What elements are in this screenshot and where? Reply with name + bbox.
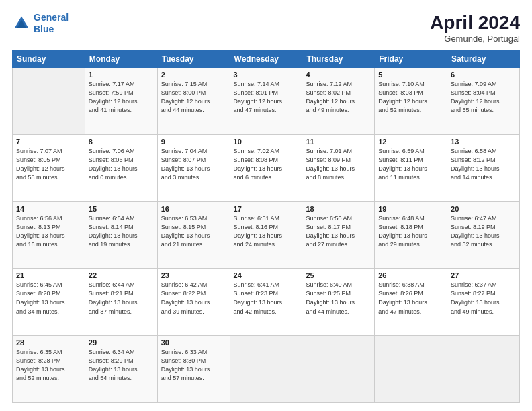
day-number: 9	[161, 138, 226, 146]
day-number: 22	[89, 271, 154, 279]
day-number: 25	[306, 271, 371, 279]
day-info: Sunrise: 7:12 AM Sunset: 8:02 PM Dayligh…	[306, 80, 371, 115]
calendar-day-cell: 13Sunrise: 6:58 AM Sunset: 8:12 PM Dayli…	[447, 134, 520, 201]
day-number: 28	[16, 338, 81, 347]
calendar-header-cell: Friday	[375, 51, 447, 68]
day-number: 24	[234, 271, 299, 279]
day-info: Sunrise: 6:45 AM Sunset: 8:20 PM Dayligh…	[16, 281, 81, 316]
day-info: Sunrise: 6:53 AM Sunset: 8:15 PM Dayligh…	[161, 214, 226, 249]
day-number: 26	[378, 271, 443, 279]
main-title: April 2024	[430, 12, 520, 34]
calendar-day-cell: 18Sunrise: 6:50 AM Sunset: 8:17 PM Dayli…	[302, 201, 375, 269]
calendar-day-cell: 19Sunrise: 6:48 AM Sunset: 8:18 PM Dayli…	[375, 201, 447, 269]
calendar-day-cell: 22Sunrise: 6:44 AM Sunset: 8:21 PM Dayli…	[85, 269, 157, 336]
day-number: 27	[451, 271, 516, 279]
day-info: Sunrise: 7:01 AM Sunset: 8:09 PM Dayligh…	[306, 147, 371, 182]
day-info: Sunrise: 6:50 AM Sunset: 8:17 PM Dayligh…	[306, 214, 371, 249]
logo-text: General Blue	[34, 12, 69, 35]
day-number: 4	[306, 71, 371, 79]
calendar-day-cell: 2Sunrise: 7:15 AM Sunset: 8:00 PM Daylig…	[157, 68, 230, 135]
day-info: Sunrise: 6:33 AM Sunset: 8:30 PM Dayligh…	[161, 348, 226, 383]
day-info: Sunrise: 7:09 AM Sunset: 8:04 PM Dayligh…	[451, 80, 516, 115]
day-number: 11	[306, 138, 371, 146]
day-info: Sunrise: 7:17 AM Sunset: 7:59 PM Dayligh…	[89, 80, 154, 115]
day-info: Sunrise: 7:07 AM Sunset: 8:05 PM Dayligh…	[16, 147, 81, 182]
calendar-day-cell: 6Sunrise: 7:09 AM Sunset: 8:04 PM Daylig…	[447, 68, 520, 135]
calendar-day-cell: 17Sunrise: 6:51 AM Sunset: 8:16 PM Dayli…	[230, 201, 302, 269]
calendar-day-cell: 30Sunrise: 6:33 AM Sunset: 8:30 PM Dayli…	[157, 336, 230, 403]
calendar-day-cell	[375, 336, 447, 403]
day-info: Sunrise: 6:38 AM Sunset: 8:26 PM Dayligh…	[378, 281, 443, 316]
day-number: 21	[16, 271, 81, 279]
calendar-body: 1Sunrise: 7:17 AM Sunset: 7:59 PM Daylig…	[13, 68, 520, 403]
calendar-day-cell: 24Sunrise: 6:41 AM Sunset: 8:23 PM Dayli…	[230, 269, 302, 336]
day-number: 6	[451, 71, 516, 79]
calendar-day-cell: 3Sunrise: 7:14 AM Sunset: 8:01 PM Daylig…	[230, 68, 302, 135]
day-info: Sunrise: 7:10 AM Sunset: 8:03 PM Dayligh…	[378, 80, 443, 115]
day-number: 30	[161, 338, 226, 347]
calendar-week-row: 28Sunrise: 6:35 AM Sunset: 8:28 PM Dayli…	[13, 336, 520, 403]
day-number: 1	[89, 71, 154, 79]
calendar-day-cell: 21Sunrise: 6:45 AM Sunset: 8:20 PM Dayli…	[13, 269, 85, 336]
day-number: 17	[234, 205, 299, 213]
day-number: 10	[234, 138, 299, 146]
day-info: Sunrise: 7:04 AM Sunset: 8:07 PM Dayligh…	[161, 147, 226, 182]
calendar-day-cell: 14Sunrise: 6:56 AM Sunset: 8:13 PM Dayli…	[13, 201, 85, 269]
calendar-header-cell: Monday	[85, 51, 157, 68]
day-info: Sunrise: 6:35 AM Sunset: 8:28 PM Dayligh…	[16, 348, 81, 383]
day-info: Sunrise: 6:47 AM Sunset: 8:19 PM Dayligh…	[451, 214, 516, 249]
calendar-day-cell: 1Sunrise: 7:17 AM Sunset: 7:59 PM Daylig…	[85, 68, 157, 135]
calendar-day-cell: 11Sunrise: 7:01 AM Sunset: 8:09 PM Dayli…	[302, 134, 375, 201]
logo-line1: General	[34, 12, 69, 23]
calendar-day-cell: 8Sunrise: 7:06 AM Sunset: 8:06 PM Daylig…	[85, 134, 157, 201]
day-info: Sunrise: 6:51 AM Sunset: 8:16 PM Dayligh…	[234, 214, 299, 249]
calendar-day-cell: 16Sunrise: 6:53 AM Sunset: 8:15 PM Dayli…	[157, 201, 230, 269]
calendar-day-cell: 23Sunrise: 6:42 AM Sunset: 8:22 PM Dayli…	[157, 269, 230, 336]
day-info: Sunrise: 6:56 AM Sunset: 8:13 PM Dayligh…	[16, 214, 81, 249]
day-info: Sunrise: 6:44 AM Sunset: 8:21 PM Dayligh…	[89, 281, 154, 316]
calendar-day-cell: 9Sunrise: 7:04 AM Sunset: 8:07 PM Daylig…	[157, 134, 230, 201]
calendar-day-cell: 12Sunrise: 6:59 AM Sunset: 8:11 PM Dayli…	[375, 134, 447, 201]
day-info: Sunrise: 6:34 AM Sunset: 8:29 PM Dayligh…	[89, 348, 154, 383]
calendar-day-cell: 26Sunrise: 6:38 AM Sunset: 8:26 PM Dayli…	[375, 269, 447, 336]
day-number: 8	[89, 138, 154, 146]
calendar-week-row: 14Sunrise: 6:56 AM Sunset: 8:13 PM Dayli…	[13, 201, 520, 269]
logo-icon	[12, 14, 31, 33]
day-number: 14	[16, 205, 81, 213]
header: General Blue April 2024 Gemunde, Portuga…	[12, 12, 520, 44]
day-info: Sunrise: 7:06 AM Sunset: 8:06 PM Dayligh…	[89, 147, 154, 182]
calendar-day-cell	[302, 336, 375, 403]
calendar-day-cell: 15Sunrise: 6:54 AM Sunset: 8:14 PM Dayli…	[85, 201, 157, 269]
calendar-header-row: SundayMondayTuesdayWednesdayThursdayFrid…	[13, 51, 520, 68]
calendar-table: SundayMondayTuesdayWednesdayThursdayFrid…	[12, 50, 520, 403]
day-number: 29	[89, 338, 154, 347]
calendar-week-row: 1Sunrise: 7:17 AM Sunset: 7:59 PM Daylig…	[13, 68, 520, 135]
day-info: Sunrise: 6:41 AM Sunset: 8:23 PM Dayligh…	[234, 281, 299, 316]
day-info: Sunrise: 6:48 AM Sunset: 8:18 PM Dayligh…	[378, 214, 443, 249]
calendar-day-cell: 7Sunrise: 7:07 AM Sunset: 8:05 PM Daylig…	[13, 134, 85, 201]
day-info: Sunrise: 7:14 AM Sunset: 8:01 PM Dayligh…	[234, 80, 299, 115]
day-number: 20	[451, 205, 516, 213]
day-number: 16	[161, 205, 226, 213]
calendar-header-cell: Saturday	[447, 51, 520, 68]
calendar-header-cell: Wednesday	[230, 51, 302, 68]
day-info: Sunrise: 6:59 AM Sunset: 8:11 PM Dayligh…	[378, 147, 443, 182]
calendar-day-cell: 20Sunrise: 6:47 AM Sunset: 8:19 PM Dayli…	[447, 201, 520, 269]
day-number: 19	[378, 205, 443, 213]
logo-line2: Blue	[34, 24, 54, 34]
day-info: Sunrise: 7:15 AM Sunset: 8:00 PM Dayligh…	[161, 80, 226, 115]
day-info: Sunrise: 6:58 AM Sunset: 8:12 PM Dayligh…	[451, 147, 516, 182]
page: General Blue April 2024 Gemunde, Portuga…	[0, 0, 532, 411]
logo: General Blue	[12, 12, 69, 35]
calendar-day-cell: 10Sunrise: 7:02 AM Sunset: 8:08 PM Dayli…	[230, 134, 302, 201]
subtitle: Gemunde, Portugal	[430, 34, 520, 44]
calendar-day-cell: 5Sunrise: 7:10 AM Sunset: 8:03 PM Daylig…	[375, 68, 447, 135]
day-number: 18	[306, 205, 371, 213]
day-info: Sunrise: 7:02 AM Sunset: 8:08 PM Dayligh…	[234, 147, 299, 182]
calendar-day-cell: 25Sunrise: 6:40 AM Sunset: 8:25 PM Dayli…	[302, 269, 375, 336]
day-number: 7	[16, 138, 81, 146]
day-info: Sunrise: 6:42 AM Sunset: 8:22 PM Dayligh…	[161, 281, 226, 316]
calendar-day-cell	[13, 68, 85, 135]
day-info: Sunrise: 6:54 AM Sunset: 8:14 PM Dayligh…	[89, 214, 154, 249]
calendar-week-row: 7Sunrise: 7:07 AM Sunset: 8:05 PM Daylig…	[13, 134, 520, 201]
